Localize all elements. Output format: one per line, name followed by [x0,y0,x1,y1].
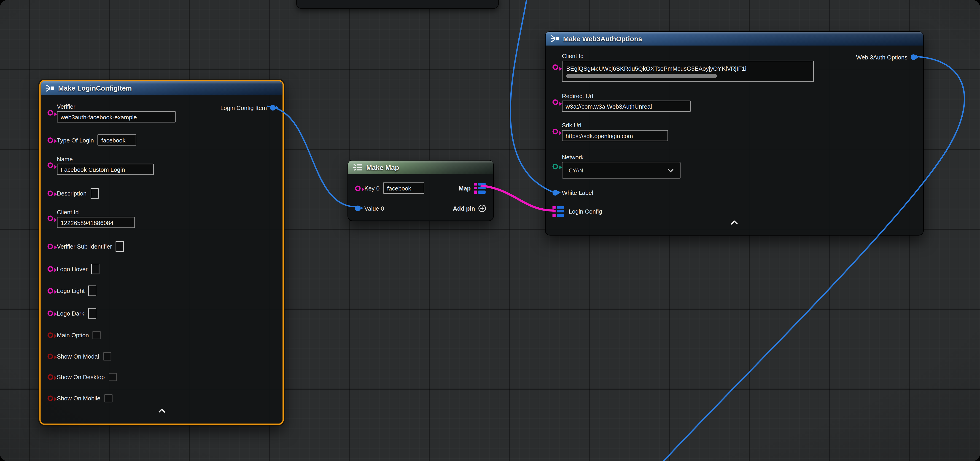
pin-label: Name [57,156,154,162]
pin-verifier-sub-identifier[interactable] [48,243,53,249]
pin-row-logo-hover: Logo Hover [48,261,276,276]
main-option-checkbox[interactable] [93,331,101,339]
pin-label: Show On Mobile [57,394,100,401]
pin-show-on-mobile[interactable] [48,395,53,401]
node-title: Make Map [366,164,399,171]
pin-show-on-desktop[interactable] [48,374,53,380]
pin-logo-dark[interactable] [48,310,53,316]
pin-label: Redirect Url [562,92,690,99]
output-pin-label: Map [459,184,471,191]
make-struct-icon [550,35,559,43]
node-make-login-config-item[interactable]: Make LoginConfigItem Login Config Item V… [39,80,284,425]
add-pin-label: Add pin [453,205,475,211]
redirect-url-field[interactable]: w3a://com.w3a.Web3AuthUnreal [562,101,690,112]
pin-row-verifier-sub-identifier: Verifier Sub Identifier [48,239,276,254]
pin-row-login-config: Login Config [552,204,916,219]
blueprint-canvas[interactable]: Make LoginConfigItem Login Config Item V… [0,0,980,461]
pin-label: Login Config [569,208,602,215]
pin-label: Logo Hover [57,265,88,272]
pin-label: Show On Modal [57,353,99,359]
pin-key-0[interactable] [355,185,361,191]
pin-label: Value 0 [364,205,384,211]
pin-row-show-on-mobile: Show On Mobile [48,391,276,406]
logo-dark-field[interactable] [88,308,96,318]
pin-row-logo-dark: Logo Dark [48,305,276,321]
pin-network[interactable] [552,163,558,169]
show-on-mobile-checkbox[interactable] [104,394,112,402]
node-title: Make Web3AuthOptions [563,35,642,43]
pin-label: Logo Light [57,287,84,294]
pin-row-show-on-desktop: Show On Desktop [48,369,276,385]
node-header[interactable]: Make Map [348,161,493,174]
pin-type-of-login[interactable] [48,137,53,143]
pin-label: Network [562,154,681,161]
output-pin-map[interactable] [474,183,486,193]
client-id-text: BEglQSgt4cUWcj6SKRdu5QkOXTsePmMcusG5EAoy… [566,65,746,72]
pin-row-sdk-url: Sdk Url https://sdk.openlogin.com [552,122,916,141]
pin-row-network: Network CYAN [552,154,916,179]
network-dropdown[interactable]: CYAN [562,162,681,179]
pin-label: Sdk Url [562,122,668,129]
pin-description[interactable] [48,190,53,196]
pin-row-type-of-login: Type Of Login facebook [48,132,276,148]
pin-label: Main Option [57,331,89,338]
pin-label: Logo Dark [57,310,84,316]
partial-node-top[interactable] [296,0,499,9]
sdk-url-field[interactable]: https://sdk.openlogin.com [562,130,668,141]
pin-label: Verifier Sub Identifier [57,243,112,250]
pin-row-description: Description [48,186,276,200]
name-field[interactable]: Facebook Custom Login [57,164,154,175]
pin-row-redirect-url: Redirect Url w3a://com.w3a.Web3AuthUnrea… [552,92,916,112]
pin-white-label[interactable] [552,189,558,195]
verifier-sub-identifier-field[interactable] [116,241,124,251]
description-field[interactable] [91,188,99,198]
pin-logo-light[interactable] [48,288,53,293]
chevron-up-icon [730,221,739,225]
show-on-modal-checkbox[interactable] [103,352,111,360]
add-pin-button[interactable]: Add pin [453,200,486,216]
pin-row-logo-light: Logo Light [48,283,276,298]
chevron-up-icon [157,409,166,413]
pin-label: Show On Desktop [57,373,105,380]
network-selected-value: CYAN [569,167,583,173]
output-map: Map [459,181,486,196]
node-header[interactable]: Make Web3AuthOptions [546,32,923,46]
pin-verifier[interactable] [48,110,53,116]
pin-row-name: Name Facebook Custom Login [48,156,276,175]
pin-redirect-url[interactable] [552,99,558,105]
pin-row-client-id: Client Id BEglQSgt4cUWcj6SKRdu5QkOXTsePm… [552,52,916,82]
pin-login-config[interactable] [552,206,565,216]
logo-hover-field[interactable] [91,264,100,274]
pin-label: White Label [562,189,593,196]
pin-sdk-url[interactable] [552,129,558,135]
pin-show-on-modal[interactable] [48,353,53,359]
pin-value-0[interactable] [355,205,361,211]
pin-label: Key 0 [364,184,380,191]
node-make-web3auth-options[interactable]: Make Web3AuthOptions Web 3Auth Options C… [545,31,924,235]
pin-logo-hover[interactable] [48,266,53,272]
client-id-field[interactable]: BEglQSgt4cUWcj6SKRdu5QkOXTsePmMcusG5EAoy… [562,60,814,82]
pin-label: Client Id [562,52,814,59]
pin-label: Client Id [57,209,135,216]
pin-row-main-option: Main Option [48,327,276,343]
make-struct-icon [46,84,54,92]
client-id-field[interactable]: 1222658941886084 [57,217,135,228]
node-make-map[interactable]: Make Map Key 0 facebook Map Value 0 [347,160,494,221]
logo-light-field[interactable] [88,285,97,296]
collapse-node-control[interactable] [41,409,283,413]
pin-main-option[interactable] [48,332,53,338]
pin-name[interactable] [48,162,53,168]
show-on-desktop-checkbox[interactable] [108,373,117,381]
collapse-node-control[interactable] [546,221,923,225]
make-map-icon [353,164,363,171]
blueprint-graph-stage: Make LoginConfigItem Login Config Item V… [0,0,980,461]
verifier-field[interactable]: web3auth-facebook-example [57,111,176,122]
field-horizontal-scrollbar[interactable] [566,73,717,78]
chevron-down-icon [668,168,674,172]
key-0-field[interactable]: facebook [383,183,425,194]
node-header[interactable]: Make LoginConfigItem [41,81,283,95]
type-of-login-field[interactable]: facebook [98,134,136,145]
pin-client-id[interactable] [48,216,53,221]
pin-label: Type Of Login [57,137,94,143]
pin-client-id[interactable] [552,64,558,70]
